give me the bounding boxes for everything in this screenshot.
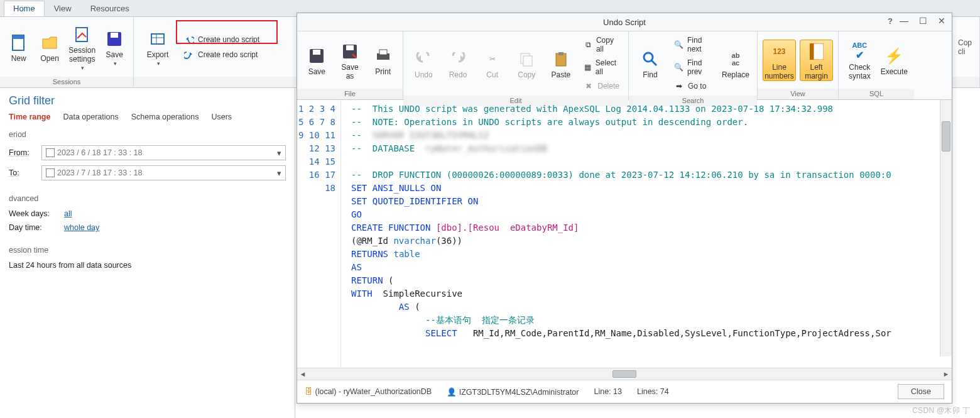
left-margin-toggle[interactable]: Left margin xyxy=(800,40,833,81)
find-prev-button[interactable]: 🔍Find prev xyxy=(670,57,716,78)
filter-tab-users[interactable]: Users xyxy=(211,113,232,121)
select-all-button[interactable]: ▦Select all xyxy=(580,57,623,78)
save-icon xyxy=(307,46,327,66)
from-checkbox[interactable] xyxy=(46,148,55,157)
goto-label: Go to xyxy=(688,82,706,91)
scroll-right-icon[interactable]: ► xyxy=(940,370,952,378)
code-area[interactable]: -- This UNDO script was generated with A… xyxy=(341,100,952,368)
dropdown-icon[interactable]: ▾ xyxy=(277,168,281,178)
paste-button[interactable]: Paste xyxy=(546,48,577,79)
tab-view[interactable]: View xyxy=(45,1,81,16)
undo-script-window: Undo Script ? — ☐ ✕ Save Save as Print F… xyxy=(297,13,952,404)
code-editor[interactable]: 1 2 3 4 5 6 7 8 9 10 11 12 13 14 15 16 1… xyxy=(297,100,952,368)
weekdays-link[interactable]: all xyxy=(64,209,72,218)
save-script-label: Save xyxy=(308,67,325,76)
delete-icon: ✖ xyxy=(584,81,594,91)
find-label: Find xyxy=(643,70,657,79)
replace-button[interactable]: abacReplace xyxy=(719,48,752,79)
from-value: 2023 / 6 / 18 17 : 33 : 18 xyxy=(57,148,143,157)
scroll-thumb[interactable] xyxy=(612,370,636,378)
save-label: Save xyxy=(106,50,123,59)
vertical-scrollbar[interactable] xyxy=(940,100,952,356)
filter-tab-data[interactable]: Data operations xyxy=(63,113,118,121)
daytime-label: Day time: xyxy=(9,223,59,232)
to-date-field[interactable]: 2023 / 7 / 18 17 : 33 : 18 ▾ xyxy=(41,165,286,180)
undo-ribbon: Save Save as Print File Undo Redo ✂Cut C… xyxy=(297,31,952,100)
cut-button[interactable]: ✂Cut xyxy=(477,48,508,79)
find-next-button[interactable]: 🔍Find next xyxy=(670,34,716,55)
export-label: Export xyxy=(147,50,169,59)
redo-button[interactable]: Redo xyxy=(443,48,474,79)
svg-rect-11 xyxy=(346,45,354,50)
find-button[interactable]: Find xyxy=(634,48,667,79)
dropdown-icon: ▾ xyxy=(81,65,84,71)
execute-button[interactable]: ⚡Execute xyxy=(879,45,909,76)
horizontal-scrollbar[interactable]: ◄ ► xyxy=(297,368,952,380)
close-button[interactable]: Close xyxy=(898,384,944,399)
filter-tab-time[interactable]: Time range xyxy=(9,113,50,121)
print-button[interactable]: Print xyxy=(368,45,398,76)
create-undo-label: Create undo script xyxy=(198,35,259,44)
scroll-left-icon[interactable]: ◄ xyxy=(297,370,308,378)
copy-button[interactable]: Copy xyxy=(511,48,542,79)
group-file-label: File xyxy=(297,89,403,99)
undo-button[interactable]: Undo xyxy=(408,48,439,79)
help-button[interactable]: ? xyxy=(888,16,893,26)
copy-all-button[interactable]: ⧉Copy all xyxy=(580,34,623,55)
replace-icon: abac xyxy=(726,49,746,69)
user-icon: 👤 xyxy=(447,388,457,397)
open-button[interactable]: Open xyxy=(36,31,63,63)
find-next-label: Find next xyxy=(687,36,712,53)
daytime-link[interactable]: whole day xyxy=(64,223,99,232)
redo-script-icon xyxy=(184,50,194,60)
save-button[interactable]: Save▾ xyxy=(101,28,128,67)
replace-label: Replace xyxy=(722,70,749,79)
grid-filter-panel: Grid filter Time range Data operations S… xyxy=(0,88,295,418)
export-button[interactable]: Export▾ xyxy=(139,28,177,67)
tab-resources[interactable]: Resources xyxy=(81,1,139,16)
check-syntax-button[interactable]: ABC✔Check syntax xyxy=(844,40,876,80)
select-all-icon: ▦ xyxy=(584,62,592,72)
save-as-label: Save as xyxy=(337,63,364,80)
maximize-button[interactable]: ☐ xyxy=(917,16,929,26)
save-as-button[interactable]: Save as xyxy=(335,40,365,80)
line-numbers-icon: 123 xyxy=(770,41,790,62)
weekdays-label: Week days: xyxy=(9,209,59,218)
redo-label: Redo xyxy=(449,70,467,79)
save-script-button[interactable]: Save xyxy=(302,45,332,76)
create-undo-script-button[interactable]: Create undo script xyxy=(180,33,263,47)
session-settings-button[interactable]: Session settings▾ xyxy=(67,23,97,71)
group-sessions-label: Sessions xyxy=(0,77,133,87)
svg-line-19 xyxy=(651,60,656,65)
copy-all-icon: ⧉ xyxy=(584,40,592,50)
save-icon xyxy=(104,29,124,49)
save-as-icon xyxy=(340,41,360,62)
scroll-thumb[interactable] xyxy=(942,121,950,151)
new-button[interactable]: New xyxy=(5,31,32,63)
find-prev-label: Find prev xyxy=(687,58,712,76)
dropdown-icon[interactable]: ▾ xyxy=(277,148,281,158)
delete-button[interactable]: ✖Delete xyxy=(580,79,623,93)
create-redo-script-button[interactable]: Create redo script xyxy=(180,48,263,62)
to-label: To: xyxy=(9,168,36,177)
close-window-button[interactable]: ✕ xyxy=(935,16,948,26)
svg-rect-13 xyxy=(379,50,387,55)
paste-label: Paste xyxy=(552,70,571,79)
to-checkbox[interactable] xyxy=(46,168,55,177)
from-date-field[interactable]: 2023 / 6 / 18 17 : 33 : 18 ▾ xyxy=(41,145,286,160)
minimize-button[interactable]: — xyxy=(898,16,910,26)
period-header: eriod xyxy=(9,130,286,139)
goto-button[interactable]: ➡Go to xyxy=(670,79,716,93)
filter-tab-schema[interactable]: Schema operations xyxy=(131,113,199,121)
status-lines: Lines: 74 xyxy=(637,387,669,396)
new-label: New xyxy=(11,54,26,63)
left-margin-label: Left margin xyxy=(805,63,828,80)
clip-truncated: cli xyxy=(958,47,972,56)
check-icon: ABC✔ xyxy=(849,41,869,62)
dropdown-icon: ▾ xyxy=(157,60,160,67)
line-numbers-toggle[interactable]: 123Line numbers xyxy=(763,40,796,81)
undo-icon xyxy=(413,49,433,69)
tab-home[interactable]: Home xyxy=(4,1,45,16)
execute-icon: ⚡ xyxy=(884,46,904,66)
from-label: From: xyxy=(9,148,36,157)
